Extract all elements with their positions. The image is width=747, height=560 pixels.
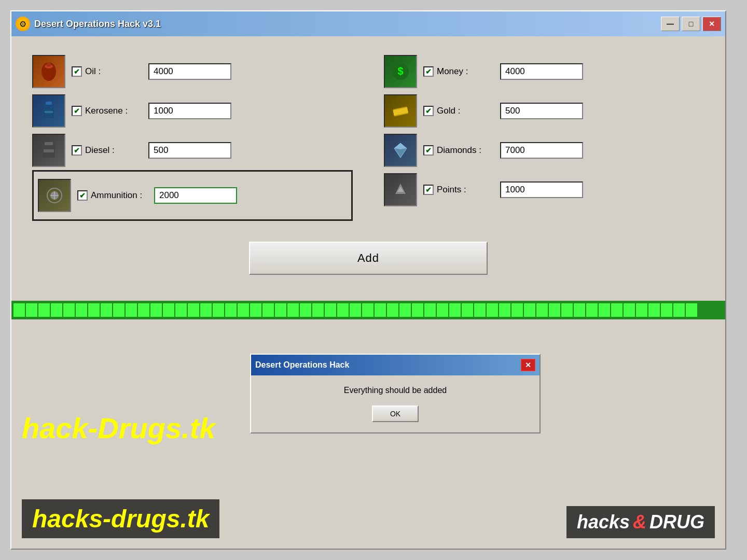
add-button-container: Add: [32, 242, 704, 275]
svg-rect-8: [44, 149, 54, 152]
ammo-row: Ammunition :: [38, 176, 347, 215]
diesel-input[interactable]: [148, 142, 231, 159]
svg-rect-4: [46, 102, 52, 105]
points-checkbox-container: Points :: [423, 185, 494, 195]
diesel-icon: [32, 134, 65, 167]
diamond-checkbox[interactable]: [423, 145, 434, 156]
gold-input[interactable]: [500, 103, 583, 119]
maximize-button[interactable]: □: [682, 17, 700, 31]
dialog-window: Desert Operations Hack ✕ Everything shou…: [250, 354, 541, 433]
oil-row: Oil :: [32, 52, 353, 91]
svg-marker-18: [394, 143, 407, 149]
right-column: $ Money : Gold :: [384, 52, 704, 221]
oil-label: Oil :: [85, 66, 142, 77]
diamond-label: Diamonds :: [437, 145, 494, 156]
diesel-checkbox-container: Diesel :: [72, 145, 142, 156]
money-label: Money :: [437, 66, 494, 77]
kerosene-checkbox[interactable]: [72, 106, 82, 116]
dialog-title-bar: Desert Operations Hack ✕: [251, 355, 540, 375]
ammo-icon: [38, 179, 71, 212]
dialog-content: Everything should be added OK: [251, 375, 540, 432]
points-input[interactable]: [500, 181, 583, 198]
gold-label: Gold :: [437, 106, 494, 116]
money-checkbox[interactable]: [423, 66, 434, 77]
window-controls: — □ ✕: [661, 17, 721, 31]
ammo-checkbox-container: Ammunition :: [77, 190, 148, 201]
gold-icon: [384, 94, 417, 128]
watermark-left: hack-Drugs.tk: [22, 411, 215, 445]
ammo-label: Ammunition :: [91, 190, 148, 201]
oil-checkbox[interactable]: [72, 66, 82, 77]
diamond-icon: [384, 134, 417, 167]
kerosene-row: Kerosene :: [32, 91, 353, 131]
kerosene-checkbox-container: Kerosene :: [72, 106, 142, 116]
points-row: Points :: [384, 170, 704, 209]
watermark-bottom: hacks-drugs.tk: [22, 499, 219, 538]
add-button[interactable]: Add: [249, 242, 488, 275]
resource-grid: Oil : Kerosene :: [32, 52, 704, 221]
watermark-right: hacks & DRUG: [566, 506, 715, 538]
gold-checkbox[interactable]: [423, 106, 434, 116]
diamond-input[interactable]: [500, 142, 583, 159]
dialog-ok-button[interactable]: OK: [372, 405, 419, 422]
svg-rect-7: [45, 142, 53, 145]
progress-bar: [11, 301, 725, 319]
money-row: $ Money :: [384, 52, 704, 91]
gold-checkbox-container: Gold :: [423, 106, 494, 116]
kerosene-input[interactable]: [148, 103, 231, 119]
dialog-close-button[interactable]: ✕: [521, 359, 535, 371]
diesel-row: Diesel :: [32, 131, 353, 170]
main-window: ⚙ Desert Operations Hack v3.1 — □ ✕ Oil …: [10, 10, 726, 550]
svg-rect-2: [47, 62, 51, 66]
content-area: Oil : Kerosene :: [11, 36, 725, 301]
minimize-button[interactable]: —: [661, 17, 680, 31]
diesel-label: Diesel :: [85, 145, 142, 156]
ammo-highlight: Ammunition :: [32, 170, 353, 221]
points-checkbox[interactable]: [423, 185, 434, 195]
dialog-overlay: Desert Operations Hack ✕ Everything shou…: [250, 354, 541, 433]
kerosene-label: Kerosene :: [85, 106, 142, 116]
kerosene-icon: [32, 94, 65, 128]
app-icon: ⚙: [16, 17, 30, 31]
diesel-checkbox[interactable]: [72, 145, 82, 156]
oil-icon: [32, 55, 65, 88]
diamond-checkbox-container: Diamonds :: [423, 145, 494, 156]
title-bar: ⚙ Desert Operations Hack v3.1 — □ ✕: [11, 11, 725, 36]
diamond-row: Diamonds :: [384, 131, 704, 170]
oil-input[interactable]: [148, 63, 231, 80]
dialog-title: Desert Operations Hack: [255, 360, 517, 370]
money-input[interactable]: [500, 63, 583, 80]
money-icon: $: [384, 55, 417, 88]
svg-rect-5: [45, 111, 53, 113]
dialog-message: Everything should be added: [267, 386, 524, 395]
points-icon: [384, 173, 417, 206]
gold-row: Gold :: [384, 91, 704, 131]
close-button[interactable]: ✕: [702, 17, 721, 31]
left-column: Oil : Kerosene :: [32, 52, 353, 221]
window-title: Desert Operations Hack v3.1: [34, 19, 661, 30]
ammo-checkbox[interactable]: [77, 190, 88, 201]
points-label: Points :: [437, 185, 494, 195]
svg-text:$: $: [397, 65, 403, 77]
ammo-input[interactable]: [154, 187, 237, 204]
money-checkbox-container: Money :: [423, 66, 494, 77]
oil-checkbox-container: Oil :: [72, 66, 142, 77]
